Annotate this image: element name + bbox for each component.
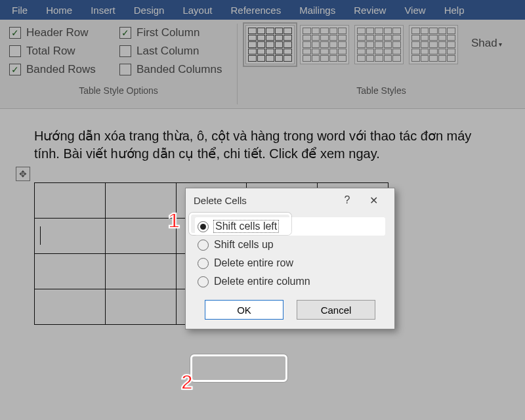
dialog-title: Delete Cells [194,195,247,206]
ok-button[interactable]: OK [205,300,284,320]
help-button[interactable]: ? [334,194,360,206]
table-style-thumb[interactable] [245,25,295,64]
checkbox-banded-rows[interactable]: Banded Rows [9,63,114,76]
ribbon: Header Row First Column Total Row Last C… [0,20,525,109]
radio-icon [198,276,209,287]
radio-delete-entire-row[interactable]: Delete entire row [195,254,385,272]
check-icon [9,64,21,75]
text-cursor[interactable] [35,219,106,254]
radio-shift-cells-up[interactable]: Shift cells up [195,236,385,254]
radio-icon [198,240,209,251]
dialog-titlebar[interactable]: Delete Cells ? ✕ [186,188,394,212]
group-label-options: Table Style Options [9,85,228,96]
group-table-styles: Shad▾ Table Styles [238,20,525,108]
close-button[interactable]: ✕ [360,194,387,207]
delete-cells-dialog: Delete Cells ? ✕ Shift cells left Shift … [185,188,395,329]
table-style-thumb[interactable] [354,25,404,64]
checkbox-total-row[interactable]: Total Row [9,45,114,58]
radio-shift-cells-left[interactable]: Shift cells left [195,217,385,236]
checkbox-icon [119,45,131,57]
cancel-button[interactable]: Cancel [297,300,375,320]
checkbox-first-column[interactable]: First Column [119,26,200,39]
tab-layout[interactable]: Layout [173,1,221,19]
group-label-styles: Table Styles [245,85,517,96]
checkbox-icon [9,45,21,57]
table-move-handle-icon[interactable]: ✥ [16,167,30,181]
checkbox-icon [119,64,131,75]
dialog-body: Shift cells left Shift cells up Delete e… [186,212,394,329]
tab-help[interactable]: Help [435,1,474,19]
group-table-style-options: Header Row First Column Total Row Last C… [0,20,237,108]
tab-home[interactable]: Home [37,1,81,19]
tab-file[interactable]: File [3,1,37,19]
tab-design[interactable]: Design [125,1,174,19]
ribbon-tabs: File Home Insert Design Layout Reference… [0,0,525,20]
radio-icon [198,258,209,269]
check-icon [9,27,21,39]
table-style-thumb[interactable] [300,25,349,64]
tab-insert[interactable]: Insert [81,1,125,19]
tab-mailings[interactable]: Mailings [290,1,345,19]
tab-references[interactable]: References [221,1,290,19]
radio-delete-entire-column[interactable]: Delete entire column [195,272,385,291]
table-style-thumb[interactable] [409,25,458,64]
radio-icon [198,221,209,232]
checkbox-header-row[interactable]: Header Row [9,26,114,39]
checkbox-last-column[interactable]: Last Column [119,45,199,58]
chevron-down-icon: ▾ [499,41,502,48]
paragraph: Hướng dẫn xóa trang thừa, ô, cột và hàng… [34,127,491,163]
shading-button[interactable]: Shad▾ [471,37,502,50]
checkbox-banded-columns[interactable]: Banded Columns [119,63,222,76]
annotation-callout: 1 [168,209,180,233]
annotation-callout: 2 [181,370,193,394]
tab-review[interactable]: Review [345,1,395,19]
tab-view[interactable]: View [395,1,434,19]
check-icon [119,27,131,39]
